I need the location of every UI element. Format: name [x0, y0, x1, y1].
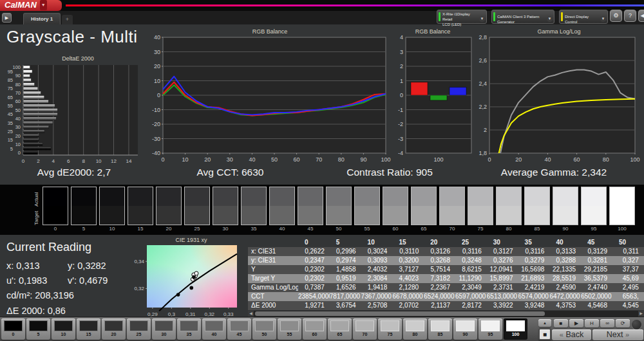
table-cell: 6513,0000	[487, 292, 518, 301]
level-button-95[interactable]: 95	[478, 318, 502, 340]
play-button[interactable]: ▶	[2, 13, 12, 23]
table-cell: 6502,0000	[581, 292, 612, 301]
table-row-label: ΔE 2000	[248, 301, 298, 310]
level-button-0[interactable]: 0	[1, 318, 25, 340]
level-button-20[interactable]: 20	[102, 318, 126, 340]
svg-text:65: 65	[8, 95, 13, 100]
level-button-15[interactable]: 15	[77, 318, 100, 340]
svg-text:25: 25	[8, 129, 13, 134]
gray-swatch-25: 25	[184, 187, 210, 232]
svg-text:-3: -3	[398, 136, 403, 142]
svg-text:20: 20	[204, 156, 211, 163]
settings-button[interactable]: ⚙	[610, 10, 622, 22]
gamma-chart: Gamma Log/Log 1,822,22,42,62,80204060801…	[474, 28, 644, 165]
table-cell: 3,7127	[392, 265, 424, 274]
level-button-75[interactable]: 75	[378, 318, 402, 340]
svg-text:60: 60	[574, 156, 580, 163]
level-swatch	[155, 320, 173, 331]
level-button-100[interactable]: 100	[504, 318, 527, 340]
level-button-80[interactable]: 80	[403, 318, 427, 340]
level-swatch	[431, 320, 450, 331]
level-button-45[interactable]: 45	[227, 318, 251, 340]
play-icon: ▶	[5, 15, 8, 20]
histogram-bar-55	[23, 104, 55, 107]
display-control-dropdown[interactable]: Direct Display Control ▼	[559, 10, 608, 24]
svg-text:0: 0	[488, 156, 491, 163]
pattern-window-button[interactable]: H	[585, 319, 599, 327]
play-pattern-button[interactable]: ▶	[569, 319, 583, 327]
level-button-10[interactable]: 10	[52, 318, 75, 340]
svg-text:2,4: 2,4	[478, 80, 487, 87]
scroll-up-button[interactable]: ▲	[538, 319, 551, 327]
meter-dropdown[interactable]: X-Rite i1Display RetailLCD (LED) ▼	[437, 10, 487, 24]
svg-text:2: 2	[37, 158, 40, 164]
stop-pattern-button[interactable]: ■	[554, 319, 568, 327]
level-label: 5	[26, 332, 50, 336]
svg-text:-30: -30	[152, 136, 160, 142]
svg-text:10: 10	[15, 142, 21, 147]
level-button-60[interactable]: 60	[303, 318, 327, 340]
continuous-measure-button[interactable]: ∞	[600, 319, 614, 327]
svg-text:60: 60	[294, 156, 300, 163]
gray-swatch-5: 5	[71, 187, 97, 232]
table-cell: 2,1280	[392, 283, 424, 292]
calman-logo-menu[interactable]: CalMAN▼	[0, 0, 62, 11]
refresh-button[interactable]: ⟳	[616, 319, 630, 327]
tab-history-1[interactable]: History 1	[23, 13, 61, 24]
svg-text:100: 100	[630, 156, 639, 163]
level-label: 95	[478, 332, 502, 336]
level-label: 15	[77, 332, 100, 336]
reading-v: v': 0,4679	[68, 273, 108, 288]
current-reading-panel: Current Reading x: 0,313y: 0,3282 u': 0,…	[6, 241, 129, 318]
level-button-55[interactable]: 55	[278, 318, 301, 340]
table-cell: 0,3276	[487, 256, 518, 265]
level-swatch	[506, 320, 525, 331]
scroll-left-icon[interactable]: ◀	[248, 311, 254, 317]
next-button[interactable]: Next »	[592, 329, 643, 340]
svg-text:80: 80	[338, 156, 345, 163]
collapse-panel-button[interactable]: ◀	[638, 10, 644, 22]
back-button[interactable]: « Back	[552, 329, 591, 340]
level-swatch	[381, 320, 399, 331]
level-button-65[interactable]: 65	[328, 318, 352, 340]
table-cell: 29,2185	[581, 265, 612, 274]
table-cell: 6524,0000	[424, 292, 455, 301]
scroll-right-icon[interactable]: ▶	[638, 311, 644, 317]
level-button-5[interactable]: 5	[26, 318, 50, 340]
svg-text:2,8: 2,8	[478, 34, 487, 41]
level-button-85[interactable]: 85	[428, 318, 452, 340]
svg-text:3: 3	[400, 49, 403, 55]
table-cell: 6678,0000	[392, 292, 424, 301]
gray-swatch-50: 50	[326, 187, 352, 232]
scrollbar-thumb[interactable]	[255, 311, 545, 316]
source-status-indicator	[493, 12, 495, 21]
reading-y: y: 0,3282	[68, 259, 106, 273]
level-button-70[interactable]: 70	[353, 318, 377, 340]
table-cell: 7367,0000	[361, 292, 393, 301]
histogram-bar-80	[23, 83, 35, 86]
help-button[interactable]: ?	[624, 10, 636, 22]
svg-text:-40: -40	[152, 150, 160, 156]
level-button-50[interactable]: 50	[252, 318, 276, 340]
svg-text:0: 0	[18, 150, 21, 156]
table-cell: 0,3116	[455, 247, 487, 256]
source-label: CalMAN Client 3 Pattern Generator	[497, 15, 547, 25]
table-cell: 16,5698	[518, 265, 550, 274]
table-cell: 0,327	[612, 256, 644, 265]
histogram-bar-30	[23, 125, 49, 129]
stop-square-icon: ■	[540, 329, 550, 339]
level-button-35[interactable]: 35	[177, 318, 201, 340]
table-cell: 28,5519	[549, 274, 581, 283]
level-button-90[interactable]: 90	[453, 318, 477, 340]
histogram-bar-60	[23, 100, 48, 103]
add-tab-button[interactable]: +	[62, 15, 73, 24]
target-point	[194, 272, 198, 275]
level-label: 45	[227, 332, 251, 336]
level-button-40[interactable]: 40	[202, 318, 226, 340]
target-row-label: Target	[33, 206, 39, 225]
level-button-30[interactable]: 30	[152, 318, 176, 340]
pattern-source-dropdown[interactable]: CalMAN Client 3 Pattern Generator ▼	[491, 10, 554, 24]
stop-square-button[interactable]: ■	[538, 328, 551, 340]
level-button-25[interactable]: 25	[127, 318, 151, 340]
gray-swatch-70: 70	[439, 187, 465, 232]
